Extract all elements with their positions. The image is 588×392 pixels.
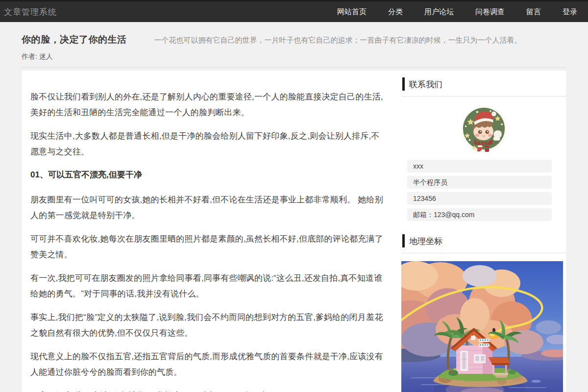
article-subheading: 01、可以五官不漂亮,但要干净 bbox=[30, 168, 387, 182]
contact-field-2[interactable]: 123456 bbox=[407, 192, 552, 205]
sidebar: 联系我们 bbox=[401, 71, 566, 392]
article-paragraph: 现代意义上的脸不仅指五官,还指五官背后的气质,而形成优雅气质的首要条件就是干净,… bbox=[30, 349, 387, 380]
contact-fields: xxx半个程序员123456邮箱：123@qq.com bbox=[401, 160, 566, 221]
nav-item-home[interactable]: 网站首页 bbox=[337, 7, 367, 17]
heading-accent-bar bbox=[402, 77, 405, 91]
nav-menu: 网站首页分类用户论坛问卷调查留言登录 bbox=[316, 7, 577, 17]
content-wrapper: 脸不仅让我们看到别人的外在,还是了解别人内心的重要途径,一个人的脸能直接决定自己… bbox=[22, 71, 566, 392]
article-paragraph: 可可并不喜欢化妆,她每次在朋友圈里晒的照片都是素颜的,虽然长相不好,但底部的评论… bbox=[30, 231, 387, 263]
header-divider bbox=[22, 67, 566, 68]
article-paragraph: 脸不仅让我们看到别人的外在,还是了解别人内心的重要途径,一个人的脸能直接决定自己… bbox=[30, 89, 387, 121]
geo-heading: 地理坐标 bbox=[401, 234, 566, 253]
geo-section: 地理坐标 bbox=[401, 234, 566, 392]
nav-item-category[interactable]: 分类 bbox=[388, 7, 403, 17]
contact-field-1[interactable]: 半个程序员 bbox=[407, 176, 552, 189]
contact-field-3[interactable]: 邮箱：123@qq.com bbox=[407, 208, 552, 221]
nav-item-forum[interactable]: 用户论坛 bbox=[424, 7, 454, 17]
page-header: 你的脸，决定了你的生活 一个花也可以拥有它自己的世界，一片叶子也有它自己的追求；… bbox=[0, 22, 588, 68]
nav-item-message[interactable]: 留言 bbox=[526, 7, 541, 17]
contact-section: 联系我们 bbox=[401, 77, 566, 221]
santa-kid-avatar-icon bbox=[460, 105, 508, 153]
article-paragraph: 朋友圈里有一位叫可可的女孩,她的长相并不好看,但不论在生活还是事业上都非常顺利。… bbox=[30, 192, 387, 223]
nav-item-survey[interactable]: 问卷调查 bbox=[475, 7, 505, 17]
avatar bbox=[460, 105, 508, 153]
nav-item-login[interactable]: 登录 bbox=[563, 7, 577, 17]
page-title: 你的脸，决定了你的生活 bbox=[22, 33, 127, 46]
contact-heading: 联系我们 bbox=[401, 77, 566, 97]
heading-accent-bar bbox=[402, 234, 405, 247]
article-subtitle: 一个花也可以拥有它自己的世界，一片叶子也有它自己的追求；一首曲子有它凄凉的时候，… bbox=[154, 36, 567, 45]
island-house-illustration-icon bbox=[401, 261, 563, 392]
site-brand: 文章管理系统 bbox=[4, 6, 57, 18]
article-paragraph: 有一次,我把可可在朋友圈发的照片拿给同事看,同事有些嘲讽的说:“这么丑,还发自拍… bbox=[30, 270, 387, 302]
top-navbar: 文章管理系统 网站首页分类用户论坛问卷调查留言登录 bbox=[0, 0, 588, 22]
geo-heading-label: 地理坐标 bbox=[409, 237, 442, 246]
author-line: 作者: 迷人 bbox=[22, 52, 566, 61]
contact-field-0[interactable]: xxx bbox=[407, 160, 552, 172]
article-body: 脸不仅让我们看到别人的外在,还是了解别人内心的重要途径,一个人的脸能直接决定自己… bbox=[22, 71, 396, 392]
contact-heading-label: 联系我们 bbox=[409, 80, 442, 89]
article-paragraph: 五官不漂亮,头发出油,脸色蜡黄,经常长小豆豆,这都是不干净的表现。 bbox=[30, 388, 387, 392]
article-paragraph: 事实上,我们把“脸”定义的太狭隘了,说到脸,我们会不约而同的想到对方的五官,爹妈… bbox=[30, 310, 387, 341]
article-paragraph: 现实生活中,大多数人都是普通长相,但是干净的脸会给别人留下好印象,反之,则会让别… bbox=[30, 128, 387, 160]
